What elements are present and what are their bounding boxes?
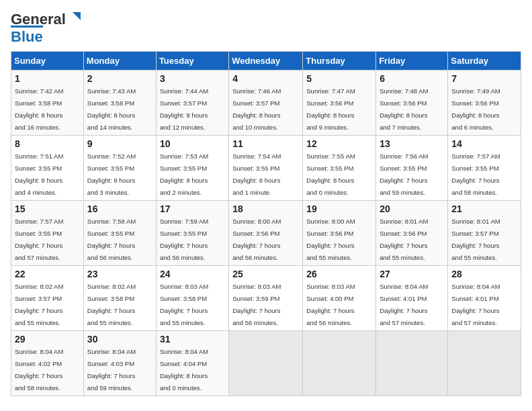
day-detail: Sunrise: 7:47 AM Sunset: 3:56 PM Dayligh… — [306, 87, 355, 131]
day-number: 7 — [451, 73, 517, 84]
calendar-week-1: 1Sunrise: 7:42 AM Sunset: 3:58 PM Daylig… — [11, 71, 521, 136]
day-number: 4 — [232, 73, 299, 84]
calendar-cell: 6Sunrise: 7:48 AM Sunset: 3:56 PM Daylig… — [376, 71, 448, 136]
col-header-saturday: Saturday — [448, 52, 521, 71]
col-header-monday: Monday — [83, 52, 156, 71]
header: General Blue — [11, 11, 521, 46]
calendar-cell: 29Sunrise: 8:04 AM Sunset: 4:02 PM Dayli… — [11, 331, 84, 396]
day-detail: Sunrise: 7:43 AM Sunset: 3:58 PM Dayligh… — [87, 87, 136, 131]
calendar-cell: 28Sunrise: 8:04 AM Sunset: 4:01 PM Dayli… — [448, 266, 521, 331]
day-number: 15 — [15, 203, 80, 214]
day-detail: Sunrise: 7:46 AM Sunset: 3:57 PM Dayligh… — [232, 87, 281, 131]
calendar-week-2: 8Sunrise: 7:51 AM Sunset: 3:55 PM Daylig… — [11, 136, 521, 201]
calendar-cell: 18Sunrise: 8:00 AM Sunset: 3:56 PM Dayli… — [229, 201, 303, 266]
calendar-cell — [376, 331, 448, 396]
calendar-week-4: 22Sunrise: 8:02 AM Sunset: 3:57 PM Dayli… — [11, 266, 521, 331]
day-number: 16 — [87, 203, 152, 214]
calendar-cell: 23Sunrise: 8:02 AM Sunset: 3:58 PM Dayli… — [83, 266, 156, 331]
calendar-cell: 4Sunrise: 7:46 AM Sunset: 3:57 PM Daylig… — [229, 71, 303, 136]
calendar-cell: 10Sunrise: 7:53 AM Sunset: 3:55 PM Dayli… — [156, 136, 228, 201]
day-number: 5 — [306, 73, 372, 84]
day-detail: Sunrise: 7:51 AM Sunset: 3:55 PM Dayligh… — [15, 152, 63, 196]
calendar-cell — [448, 331, 521, 396]
calendar-cell: 2Sunrise: 7:43 AM Sunset: 3:58 PM Daylig… — [83, 71, 156, 136]
day-number: 6 — [380, 73, 444, 84]
day-detail: Sunrise: 7:59 AM Sunset: 3:55 PM Dayligh… — [160, 218, 208, 261]
day-detail: Sunrise: 8:03 AM Sunset: 3:59 PM Dayligh… — [232, 283, 281, 326]
calendar-cell: 26Sunrise: 8:03 AM Sunset: 4:00 PM Dayli… — [303, 266, 376, 331]
day-detail: Sunrise: 7:48 AM Sunset: 3:56 PM Dayligh… — [380, 87, 428, 131]
logo-blue: Blue — [11, 26, 43, 46]
calendar-cell: 11Sunrise: 7:54 AM Sunset: 3:55 PM Dayli… — [229, 136, 303, 201]
calendar-cell: 12Sunrise: 7:55 AM Sunset: 3:55 PM Dayli… — [303, 136, 376, 201]
day-detail: Sunrise: 7:57 AM Sunset: 3:55 PM Dayligh… — [15, 218, 63, 261]
day-detail: Sunrise: 8:02 AM Sunset: 3:58 PM Dayligh… — [87, 283, 136, 326]
calendar-cell: 21Sunrise: 8:01 AM Sunset: 3:57 PM Dayli… — [448, 201, 521, 266]
day-detail: Sunrise: 8:04 AM Sunset: 4:02 PM Dayligh… — [15, 348, 63, 392]
day-number: 14 — [451, 138, 517, 149]
day-number: 13 — [380, 138, 444, 149]
day-number: 9 — [87, 138, 152, 149]
day-number: 10 — [160, 138, 225, 149]
svg-marker-0 — [73, 12, 81, 20]
calendar-cell: 16Sunrise: 7:58 AM Sunset: 3:55 PM Dayli… — [83, 201, 156, 266]
day-detail: Sunrise: 8:01 AM Sunset: 3:56 PM Dayligh… — [380, 218, 428, 261]
col-header-sunday: Sunday — [11, 52, 84, 71]
calendar-cell: 1Sunrise: 7:42 AM Sunset: 3:58 PM Daylig… — [11, 71, 84, 136]
calendar-cell: 27Sunrise: 8:04 AM Sunset: 4:01 PM Dayli… — [376, 266, 448, 331]
day-detail: Sunrise: 7:56 AM Sunset: 3:55 PM Dayligh… — [380, 152, 428, 196]
logo: General Blue — [11, 11, 82, 46]
day-number: 29 — [15, 334, 80, 345]
day-number: 11 — [232, 138, 299, 149]
calendar-cell: 22Sunrise: 8:02 AM Sunset: 3:57 PM Dayli… — [11, 266, 84, 331]
calendar-cell: 19Sunrise: 8:00 AM Sunset: 3:56 PM Dayli… — [303, 201, 376, 266]
day-detail: Sunrise: 7:55 AM Sunset: 3:55 PM Dayligh… — [306, 152, 355, 196]
day-number: 22 — [15, 269, 80, 279]
calendar-cell — [303, 331, 376, 396]
day-number: 30 — [87, 334, 152, 345]
day-detail: Sunrise: 8:00 AM Sunset: 3:56 PM Dayligh… — [232, 218, 281, 261]
calendar-table: SundayMondayTuesdayWednesdayThursdayFrid… — [11, 51, 521, 396]
calendar-week-3: 15Sunrise: 7:57 AM Sunset: 3:55 PM Dayli… — [11, 201, 521, 266]
day-detail: Sunrise: 8:04 AM Sunset: 4:01 PM Dayligh… — [451, 283, 500, 326]
day-detail: Sunrise: 8:04 AM Sunset: 4:01 PM Dayligh… — [380, 283, 428, 326]
day-number: 31 — [160, 334, 225, 345]
calendar-cell: 24Sunrise: 8:03 AM Sunset: 3:58 PM Dayli… — [156, 266, 228, 331]
day-detail: Sunrise: 7:52 AM Sunset: 3:55 PM Dayligh… — [87, 152, 136, 196]
calendar-cell: 13Sunrise: 7:56 AM Sunset: 3:55 PM Dayli… — [376, 136, 448, 201]
day-detail: Sunrise: 7:44 AM Sunset: 3:57 PM Dayligh… — [160, 87, 208, 131]
calendar-cell: 25Sunrise: 8:03 AM Sunset: 3:59 PM Dayli… — [229, 266, 303, 331]
calendar-cell: 8Sunrise: 7:51 AM Sunset: 3:55 PM Daylig… — [11, 136, 84, 201]
calendar-cell: 9Sunrise: 7:52 AM Sunset: 3:55 PM Daylig… — [83, 136, 156, 201]
day-number: 2 — [87, 73, 152, 84]
calendar-cell: 3Sunrise: 7:44 AM Sunset: 3:57 PM Daylig… — [156, 71, 228, 136]
day-number: 25 — [232, 269, 299, 279]
calendar-cell: 5Sunrise: 7:47 AM Sunset: 3:56 PM Daylig… — [303, 71, 376, 136]
col-header-wednesday: Wednesday — [229, 52, 303, 71]
day-detail: Sunrise: 7:57 AM Sunset: 3:55 PM Dayligh… — [451, 152, 500, 196]
day-number: 12 — [306, 138, 372, 149]
day-number: 21 — [451, 203, 517, 214]
day-number: 19 — [306, 203, 372, 214]
day-number: 27 — [380, 269, 444, 279]
day-detail: Sunrise: 8:03 AM Sunset: 4:00 PM Dayligh… — [306, 283, 355, 326]
calendar-cell: 7Sunrise: 7:49 AM Sunset: 3:56 PM Daylig… — [448, 71, 521, 136]
day-detail: Sunrise: 7:53 AM Sunset: 3:55 PM Dayligh… — [160, 152, 208, 196]
calendar-cell: 20Sunrise: 8:01 AM Sunset: 3:56 PM Dayli… — [376, 201, 448, 266]
day-detail: Sunrise: 7:54 AM Sunset: 3:55 PM Dayligh… — [232, 152, 281, 196]
day-number: 24 — [160, 269, 225, 279]
calendar-cell: 30Sunrise: 8:04 AM Sunset: 4:03 PM Dayli… — [83, 331, 156, 396]
calendar-cell: 15Sunrise: 7:57 AM Sunset: 3:55 PM Dayli… — [11, 201, 84, 266]
day-number: 26 — [306, 269, 372, 279]
calendar-cell: 17Sunrise: 7:59 AM Sunset: 3:55 PM Dayli… — [156, 201, 228, 266]
calendar-week-5: 29Sunrise: 8:04 AM Sunset: 4:02 PM Dayli… — [11, 331, 521, 396]
day-detail: Sunrise: 8:03 AM Sunset: 3:58 PM Dayligh… — [160, 283, 208, 326]
day-detail: Sunrise: 7:42 AM Sunset: 3:58 PM Dayligh… — [15, 87, 63, 131]
day-detail: Sunrise: 8:00 AM Sunset: 3:56 PM Dayligh… — [306, 218, 355, 261]
day-number: 3 — [160, 73, 225, 84]
day-number: 23 — [87, 269, 152, 279]
day-number: 1 — [15, 73, 80, 84]
day-detail: Sunrise: 8:01 AM Sunset: 3:57 PM Dayligh… — [451, 218, 500, 261]
day-number: 20 — [380, 203, 444, 214]
calendar-cell: 31Sunrise: 8:04 AM Sunset: 4:04 PM Dayli… — [156, 331, 228, 396]
